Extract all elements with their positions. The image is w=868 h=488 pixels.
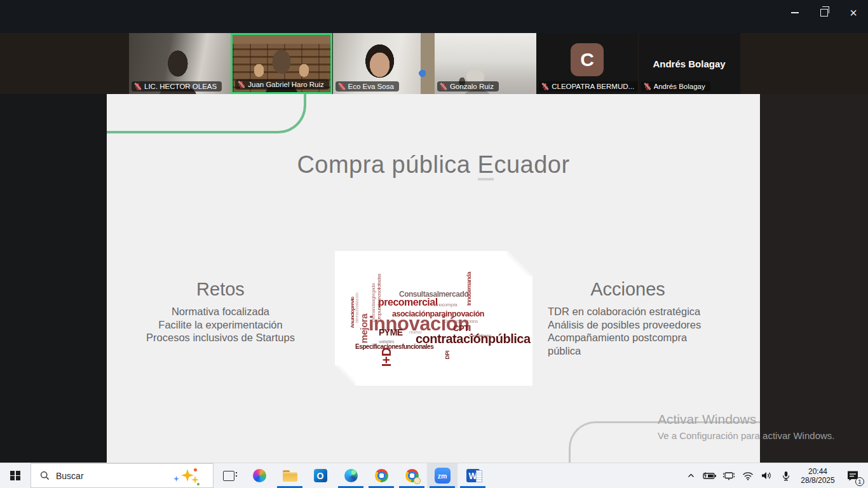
retos-item: Procesos inclusivos de Startups bbox=[122, 331, 319, 344]
task-view-icon bbox=[223, 471, 234, 481]
close-icon: × bbox=[850, 6, 857, 19]
word-taskbar-button[interactable]: W bbox=[458, 463, 488, 488]
edge-icon bbox=[344, 469, 358, 482]
search-highlights-icon bbox=[173, 468, 199, 485]
window-titlebar: × bbox=[0, 0, 868, 33]
tray-network-button[interactable] bbox=[738, 463, 757, 488]
tray-chevron-button[interactable] bbox=[681, 463, 700, 488]
retos-item: Facilite la experimentación bbox=[122, 318, 319, 332]
file-explorer-taskbar-button[interactable] bbox=[275, 463, 305, 488]
wordcloud-word: propuestasnosolicitadas bbox=[377, 274, 382, 321]
task-view-taskbar-button[interactable] bbox=[214, 463, 244, 488]
participant-name: CLEOPATRA BERMUD... bbox=[552, 83, 634, 90]
tray-date: 28/8/2025 bbox=[796, 476, 840, 485]
tray-cast-button[interactable] bbox=[719, 463, 738, 488]
participant-nametag: CLEOPATRA BERMUD... bbox=[539, 81, 638, 92]
word-icon: W bbox=[466, 469, 480, 482]
wordcloud-word: Especificacionesfuncionales bbox=[355, 344, 433, 350]
chrome-taskbar-button[interactable] bbox=[366, 463, 397, 488]
restore-button[interactable] bbox=[810, 0, 839, 25]
chrome-profile-icon bbox=[405, 469, 419, 482]
cast-display-icon bbox=[722, 471, 735, 480]
start-button[interactable] bbox=[0, 463, 31, 488]
copilot-icon bbox=[253, 469, 266, 482]
participant-nametag: Gonzalo Ruiz bbox=[437, 81, 499, 92]
wordcloud-card: ConsultasalmercadoInnodemandaprecomercia… bbox=[335, 251, 532, 386]
acciones-items: TDR en colaboración estratégicaAnálisis … bbox=[548, 305, 708, 357]
windows-logo-icon bbox=[10, 471, 20, 481]
participant-tile-gonzalo-ruiz[interactable]: Gonzalo Ruiz bbox=[435, 33, 536, 94]
file-explorer-icon bbox=[283, 470, 297, 482]
participant-name: Juan Gabriel Haro Ruiz bbox=[248, 81, 324, 88]
battery-icon bbox=[703, 471, 717, 480]
acciones-column: Acciones TDR en colaboración estratégica… bbox=[548, 279, 708, 357]
participant-tile-andrés-bolagay[interactable]: Andrés BolagayAndrés Bolagay bbox=[639, 33, 740, 94]
wifi-icon bbox=[742, 471, 754, 480]
copilot-taskbar-button[interactable] bbox=[244, 463, 275, 488]
wordcloud-word: mejora bbox=[359, 314, 369, 343]
minimize-button[interactable] bbox=[780, 0, 810, 25]
chrome-profile-taskbar-button[interactable] bbox=[397, 463, 427, 488]
tray-clock[interactable]: 20:44 28/8/2025 bbox=[796, 467, 840, 485]
volume-icon bbox=[761, 471, 773, 480]
muted-mic-icon bbox=[440, 83, 447, 90]
tray-volume-button[interactable] bbox=[757, 463, 776, 488]
slide-title: Compra pública Ecuador bbox=[107, 151, 760, 179]
slide-gray-curve-decoration bbox=[569, 421, 760, 463]
participant-nametag: Andrés Bolagay bbox=[641, 81, 710, 92]
wordcloud-word: Innocompra bbox=[433, 302, 457, 308]
muted-mic-icon bbox=[238, 81, 245, 88]
participant-nametag: Eco Eva Sosa bbox=[336, 81, 399, 92]
tray-battery-button[interactable] bbox=[700, 463, 719, 488]
wordcloud-word: precomercial bbox=[378, 297, 438, 308]
participant-tile-cleopatra-bermud[interactable]: CCLEOPATRA BERMUD... bbox=[536, 33, 638, 94]
outlook-icon: O bbox=[314, 469, 327, 482]
muted-mic-icon bbox=[338, 83, 346, 90]
restore-icon bbox=[820, 9, 828, 17]
participant-avatar: C bbox=[571, 43, 604, 76]
participant-tile-juan-gabriel-haro-ruiz[interactable]: Juan Gabriel Haro Ruiz bbox=[231, 33, 332, 94]
outlook-taskbar-button[interactable]: O bbox=[305, 463, 336, 488]
stage-left-background bbox=[0, 94, 107, 463]
muted-mic-icon bbox=[541, 83, 549, 90]
participant-nametag: LIC. HECTOR OLEAS bbox=[132, 81, 222, 92]
slide-title-underlined-letter: E bbox=[478, 151, 494, 180]
edge-taskbar-button[interactable] bbox=[336, 463, 366, 488]
wordcloud-word: DPI bbox=[445, 351, 451, 360]
taskbar-apps: OzmW bbox=[214, 463, 488, 488]
screen: × LIC. HECTOR OLEASJuan Gabriel Haro Rui… bbox=[0, 0, 868, 488]
notification-center-button[interactable]: 1 bbox=[840, 463, 865, 488]
wordcloud-word: Innodemanda bbox=[466, 272, 472, 306]
taskbar: OzmW 20:44 28/8/2025 bbox=[0, 463, 868, 488]
acciones-heading: Acciones bbox=[548, 279, 708, 300]
retos-column: Retos Normativa focalizadaFacilite la ex… bbox=[122, 279, 319, 344]
participant-display-name: Andrés Bolagay bbox=[639, 58, 740, 69]
retos-items: Normativa focalizadaFacilite la experime… bbox=[122, 305, 319, 344]
muted-mic-icon bbox=[644, 83, 651, 90]
zoom-icon: zm bbox=[435, 468, 451, 484]
close-button[interactable]: × bbox=[839, 0, 868, 25]
participant-nametag: Juan Gabriel Haro Ruiz bbox=[235, 79, 329, 90]
wordcloud-word: internacionalización bbox=[355, 293, 360, 323]
tray-microphone-button[interactable] bbox=[776, 463, 796, 488]
participant-name: LIC. HECTOR OLEAS bbox=[144, 83, 217, 90]
wordcloud-word: Demandaagregada bbox=[371, 283, 376, 322]
notification-count-badge: 1 bbox=[855, 477, 864, 486]
zoom-taskbar-button[interactable]: zm bbox=[427, 463, 458, 488]
participant-tile-lic-hector-oleas[interactable]: LIC. HECTOR OLEAS bbox=[129, 33, 231, 94]
minimize-icon bbox=[791, 12, 799, 13]
participant-name: Andrés Bolagay bbox=[654, 83, 705, 90]
acciones-item: Análisis de posibles proveedores bbox=[548, 318, 708, 332]
acciones-item: Acompañamiento postcompra pública bbox=[548, 331, 708, 357]
participant-tile-eco-eva-sosa[interactable]: Eco Eva Sosa bbox=[333, 33, 435, 94]
search-icon bbox=[40, 471, 50, 480]
system-tray: 20:44 28/8/2025 1 bbox=[681, 463, 868, 488]
taskbar-search[interactable] bbox=[31, 463, 214, 488]
participant-name: Eco Eva Sosa bbox=[348, 83, 394, 90]
acciones-item: TDR en colaboración estratégica bbox=[548, 305, 708, 318]
stage-right-background bbox=[760, 94, 868, 463]
window-controls: × bbox=[780, 0, 868, 25]
wordcloud-word: PYME bbox=[379, 328, 403, 337]
slide-green-curve-decoration bbox=[107, 94, 306, 133]
microphone-icon bbox=[782, 471, 790, 481]
